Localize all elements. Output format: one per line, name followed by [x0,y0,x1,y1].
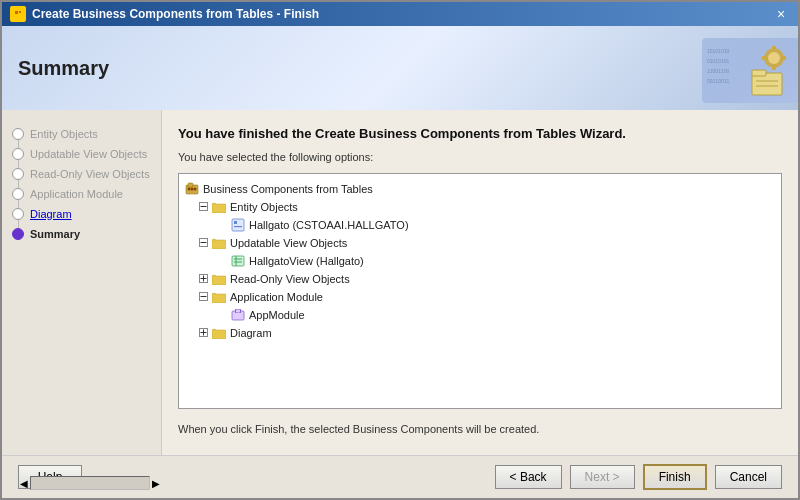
footer-right: < Back Next > Finish Cancel [495,464,782,490]
tree-item-appmod-folder: Application Module [185,288,775,306]
view-icon [231,254,245,268]
tree-label-hallgato-view: HallgatoView (Hallgato) [249,255,364,267]
tree-label-appmod-folder: Application Module [230,291,323,303]
sidebar-item-updatable-view: Updatable View Objects [12,148,151,160]
tree-item-hallgato: Hallgato (CSTOAAI.HALLGATO) [185,216,775,234]
back-button[interactable]: < Back [495,465,562,489]
tree-item-hallgato-view: HallgatoView (Hallgato) [185,252,775,270]
tree-label-entity-folder: Entity Objects [230,201,298,213]
svg-point-21 [191,188,194,191]
title-bar-left: Create Business Components from Tables -… [10,6,319,22]
close-button[interactable]: × [772,5,790,23]
svg-text:00110011: 00110011 [707,78,729,84]
scrollbar-area: ◀ ▶ [20,476,160,490]
entity-icon [231,218,245,232]
expand-appmod [199,291,208,303]
svg-rect-10 [772,46,776,51]
svg-rect-32 [232,256,244,266]
scroll-track[interactable] [30,476,150,490]
svg-text:01010101: 01010101 [707,58,729,64]
tree-label-diagram-folder: Diagram [230,327,272,339]
svg-point-9 [768,52,780,64]
step-circle-diagram [12,208,24,220]
tree-item-readonly-folder: Read-Only View Objects [185,270,775,288]
finish-button[interactable]: Finish [643,464,707,490]
appmod-icon [231,308,245,322]
sidebar-item-entity-objects: Entity Objects [12,128,151,140]
readonly-folder-icon [212,272,226,286]
tree-item-entity-folder: Entity Objects [185,198,775,216]
step-circle-updatable [12,148,24,160]
window-title: Create Business Components from Tables -… [32,7,319,21]
step-circle-readonly [12,168,24,180]
tree-label-updatable-folder: Updatable View Objects [230,237,347,249]
step-circle-appmod [12,188,24,200]
tree-item-diagram-folder: Diagram [185,324,775,342]
header-banner: Summary 10101010 01010101 11001100 00110… [2,26,798,110]
sidebar-item-summary: Summary [12,228,151,240]
svg-rect-1 [15,11,18,14]
svg-rect-49 [212,330,226,339]
svg-rect-19 [188,183,193,187]
tree-item-root: Business Components from Tables [185,180,775,198]
entity-folder-icon [212,200,226,214]
updatable-folder-icon [212,236,226,250]
sidebar-item-diagram[interactable]: Diagram [12,208,151,220]
tree-container: Business Components from Tables Entity O… [178,173,782,409]
svg-rect-25 [212,204,226,213]
svg-text:11001100: 11001100 [707,68,729,74]
svg-rect-28 [234,226,242,227]
tree-item-appmodule: AppModule [185,306,775,324]
svg-rect-15 [752,70,766,76]
svg-rect-13 [781,56,786,60]
svg-rect-26 [232,219,244,231]
next-button[interactable]: Next > [570,465,635,489]
step-circle-summary [12,228,24,240]
svg-point-22 [194,188,197,191]
page-title: Summary [18,57,109,80]
cancel-button[interactable]: Cancel [715,465,782,489]
tree-item-updatable-folder: Updatable View Objects [185,234,775,252]
footer: Help ◀ ▶ < Back Next > Finish Cancel [2,455,798,498]
sidebar-item-readonly-view: Read-Only View Objects [12,168,151,180]
appmod-folder-icon [212,290,226,304]
svg-rect-12 [762,56,767,60]
tree-label-hallgato: Hallgato (CSTOAAI.HALLGATO) [249,219,409,231]
main-content: Entity Objects Updatable View Objects Re… [2,110,798,455]
svg-rect-39 [212,276,226,285]
bottom-text: When you click Finish, the selected Busi… [178,419,782,439]
sidebar-item-app-module: Application Module [12,188,151,200]
main-window: Create Business Components from Tables -… [0,0,800,500]
scroll-right-arrow[interactable]: ▶ [152,478,160,489]
wizard-graphic: 10101010 01010101 11001100 00110011 [702,38,782,98]
sidebar: Entity Objects Updatable View Objects Re… [2,110,162,455]
svg-point-20 [188,188,191,191]
expand-updatable [199,237,208,249]
expand-diagram [199,327,208,339]
svg-text:10101010: 10101010 [707,48,729,54]
content-area: You have finished the Create Business Co… [162,110,798,455]
tree-label-root: Business Components from Tables [203,183,373,195]
step-circle-entity [12,128,24,140]
scroll-left-arrow[interactable]: ◀ [20,478,28,489]
tree-label-readonly-folder: Read-Only View Objects [230,273,350,285]
svg-rect-27 [234,221,237,224]
svg-rect-2 [19,11,21,13]
title-bar: Create Business Components from Tables -… [2,2,798,26]
svg-rect-45 [236,310,240,313]
svg-rect-42 [212,294,226,303]
content-subtext: You have selected the following options: [178,151,782,163]
tree-label-appmodule: AppModule [249,309,305,321]
content-header: You have finished the Create Business Co… [178,126,782,141]
bc-root-icon [185,182,199,196]
app-icon [10,6,26,22]
expand-entity [199,201,208,213]
diagram-folder-icon [212,326,226,340]
svg-rect-11 [772,65,776,70]
expand-readonly [199,273,208,285]
svg-rect-31 [212,240,226,249]
